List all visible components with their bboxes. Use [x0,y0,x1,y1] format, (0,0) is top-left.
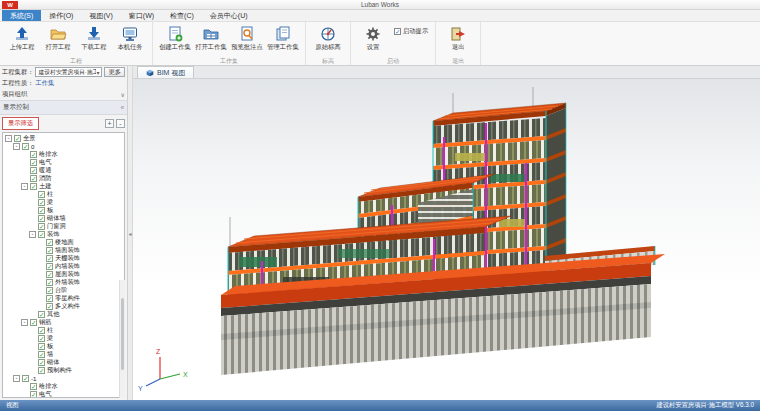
ribbon-button-label: 创建工作集 [159,43,190,52]
tree-item--1[interactable]: -✓-1 [3,374,124,382]
tree-scrollbar-thumb[interactable] [121,298,124,370]
tree-checkbox[interactable]: ✓ [46,247,53,254]
tree-checkbox[interactable]: ✓ [38,327,45,334]
menu-item-4[interactable]: 检查(C) [162,10,202,21]
tree-item-给排水[interactable]: ✓给排水 [3,150,124,158]
collapse-toggle-icon[interactable]: - [13,143,20,150]
collapse-toggle-icon[interactable]: - [5,135,12,142]
expand-all-button[interactable]: + [105,119,114,128]
tree-checkbox[interactable]: ✓ [46,239,53,246]
tree-checkbox[interactable]: ✓ [30,159,37,166]
display-control-header[interactable]: 显示控制 « [0,100,127,115]
display-filter-button[interactable]: 显示筛选 [2,117,39,130]
tree-checkbox[interactable]: ✓ [38,351,45,358]
project-org-row[interactable]: 项目组织 ∨ [0,89,127,100]
tree-checkbox[interactable]: ✓ [30,383,37,390]
collapse-panel-icon[interactable]: « [120,104,124,111]
tree-item-消防[interactable]: ✓消防 [3,174,124,182]
tree-checkbox[interactable]: ✓ [38,215,45,222]
tree-checkbox[interactable]: ✓ [38,223,45,230]
tree-checkbox[interactable]: ✓ [30,151,37,158]
tree-item-梁[interactable]: ✓梁 [3,334,124,342]
tree-item-0[interactable]: -✓0 [3,142,124,150]
tree-item-其他[interactable]: ✓其他 [3,310,124,318]
tree-checkbox[interactable]: ✓ [38,191,45,198]
tree-checkbox[interactable]: ✓ [46,303,53,310]
menu-item-3[interactable]: 窗口(W) [121,10,162,21]
computer-icon [121,26,139,42]
menu-item-2[interactable]: 视图(V) [81,10,120,21]
tree-item-板[interactable]: ✓板 [3,342,124,350]
tree-checkbox[interactable]: ✓ [30,391,37,398]
more-button[interactable]: 更多 [104,67,125,77]
tree-checkbox[interactable]: ✓ [38,199,45,206]
tree-item-钢筋[interactable]: -✓钢筋 [3,318,124,326]
tree-checkbox[interactable]: ✓ [46,279,53,286]
tab-bim-view[interactable]: BIM 视图 [137,66,194,78]
tree-item-全景[interactable]: -✓全景 [3,134,124,142]
tree-item-柱[interactable]: ✓柱 [3,190,124,198]
tree-checkbox[interactable]: ✓ [46,255,53,262]
tree-item-门窗洞[interactable]: ✓门窗洞 [3,222,124,230]
tree-item-预制构件[interactable]: ✓预制构件 [3,366,124,374]
view-tabstrip: BIM 视图 [133,66,760,79]
tree-checkbox[interactable]: ✓ [38,359,45,366]
tree-item-暖通[interactable]: ✓暖通 [3,166,124,174]
elevation-button[interactable]: 原始标高 [310,23,346,52]
tree-item-墙[interactable]: ✓墙 [3,350,124,358]
tree-checkbox[interactable]: ✓ [30,183,37,190]
model-canvas[interactable]: Z X Y [133,79,760,400]
tree-item-土建[interactable]: -✓土建 [3,182,124,190]
tree-checkbox[interactable]: ✓ [38,231,45,238]
tree-item-给排水[interactable]: ✓给排水 [3,382,124,390]
tree-item-电气[interactable]: ✓电气 [3,390,124,398]
tree-checkbox[interactable]: ✓ [14,135,21,142]
collapse-toggle-icon[interactable]: - [13,375,20,382]
tree-item-梁[interactable]: ✓梁 [3,198,124,206]
manage-workset-button[interactable]: 管理工作集 [265,23,301,52]
tree-checkbox[interactable]: ✓ [22,143,29,150]
tree-scrollbar[interactable] [119,280,125,398]
menu-item-1[interactable]: 操作(O) [41,10,81,21]
open-project-button[interactable]: 打开工程 [40,23,76,52]
tree-checkbox[interactable]: ✓ [38,311,45,318]
tree-checkbox[interactable]: ✓ [38,367,45,374]
axis-z-label: Z [156,348,161,355]
tree-checkbox[interactable]: ✓ [30,175,37,182]
tree-checkbox[interactable]: ✓ [46,287,53,294]
tree-checkbox[interactable]: ✓ [22,375,29,382]
new-workset-button[interactable]: 创建工作集 [157,23,193,52]
upload-button[interactable]: 上传工程 [4,23,40,52]
tree-checkbox[interactable]: ✓ [46,295,53,302]
computer-button[interactable]: 本机任务 [112,23,148,52]
cluster-dropdown[interactable]: 建设村安置房项目·施工模型 ▾ [35,67,102,77]
tree-checkbox[interactable]: ✓ [30,167,37,174]
gear-button[interactable]: 设置 [355,23,391,52]
menu-item-0[interactable]: 系统(S) [2,10,41,21]
splitter-collapse-icon[interactable]: ◂ [128,230,131,237]
open-workset-button[interactable]: 打开工作集 [193,23,229,52]
tree-checkbox[interactable]: ✓ [38,207,45,214]
chevron-down-icon[interactable]: ∨ [121,91,125,98]
menu-item-5[interactable]: 会员中心(U) [202,10,256,21]
tree-checkbox[interactable]: ✓ [46,263,53,270]
tree-item-多义构件[interactable]: ✓多义构件 [3,302,124,310]
startup-tip-checkbox[interactable]: ✓启动提示 [394,27,428,36]
tree-item-柱[interactable]: ✓柱 [3,326,124,334]
collapse-all-button[interactable]: - [116,119,125,128]
status-bar: 视图 建设村安置房项目·施工模型 V6.3.0 [0,400,760,411]
collapse-toggle-icon[interactable]: - [29,231,36,238]
tree-item-电气[interactable]: ✓电气 [3,158,124,166]
tree-checkbox[interactable]: ✓ [30,319,37,326]
tree-checkbox[interactable]: ✓ [46,271,53,278]
checkbox-icon[interactable]: ✓ [394,28,401,35]
preview-point-button[interactable]: 预览批注点 [229,23,265,52]
tree-checkbox[interactable]: ✓ [38,335,45,342]
menu-bar: 系统(S)操作(O)视图(V)窗口(W)检查(C)会员中心(U) [0,10,760,22]
download-button[interactable]: 下载工程 [76,23,112,52]
collapse-toggle-icon[interactable]: - [21,183,28,190]
tree-checkbox[interactable]: ✓ [38,343,45,350]
exit-button[interactable]: 退出 [440,23,476,52]
bim-3d-model[interactable]: Z X Y [133,79,760,400]
collapse-toggle-icon[interactable]: - [21,319,28,326]
